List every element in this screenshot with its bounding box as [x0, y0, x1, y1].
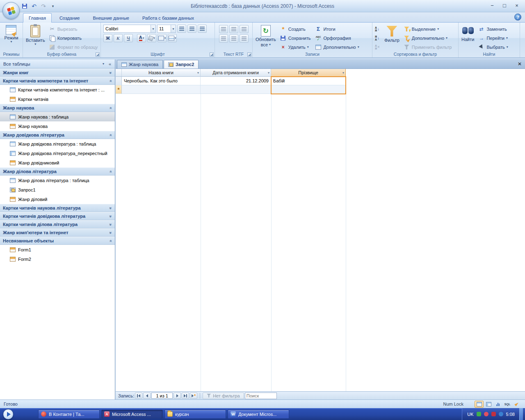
- first-record-button[interactable]: [135, 393, 142, 399]
- spelling-button[interactable]: ABC✓ Орфография: [313, 34, 361, 42]
- align-center-button[interactable]: [187, 25, 196, 33]
- tab-external-data[interactable]: Внешние данные: [88, 14, 135, 22]
- numbering-button[interactable]: [219, 34, 228, 43]
- bold-button[interactable]: Ж: [103, 34, 112, 42]
- tab-home[interactable]: Главная: [23, 13, 52, 23]
- nav-item[interactable]: Form2: [0, 254, 115, 264]
- language-indicator[interactable]: UK: [467, 412, 473, 417]
- pivottable-view-button[interactable]: [484, 401, 493, 408]
- nav-item[interactable]: Form1: [0, 245, 115, 254]
- nav-group-header[interactable]: Жанр ділова література »: [0, 167, 115, 176]
- design-view-button[interactable]: [512, 401, 521, 408]
- doc-tab[interactable]: Жанр наукова: [117, 60, 163, 68]
- save-record-button[interactable]: Сохранить: [278, 34, 313, 42]
- record-position-input[interactable]: [151, 393, 173, 399]
- select-all-corner[interactable]: [116, 69, 122, 77]
- dialog-launcher-icon[interactable]: [210, 52, 214, 57]
- cell-empty[interactable]: [271, 85, 346, 94]
- select-button[interactable]: Выбрать ▾: [477, 43, 510, 51]
- filter-status-button[interactable]: Нет фильтра: [203, 393, 244, 399]
- pivotchart-view-button[interactable]: [493, 401, 502, 408]
- advanced-filter-button[interactable]: Дополнительно ▾: [402, 34, 454, 42]
- cell-empty[interactable]: [122, 85, 201, 94]
- nav-group-header[interactable]: Картки читачів компютери та інтернет »: [0, 77, 115, 85]
- clear-sort-button[interactable]: АЯ×: [374, 43, 382, 51]
- maximize-button[interactable]: □: [501, 2, 508, 9]
- cell-surname-selected[interactable]: Бабій: [271, 77, 346, 85]
- replace-button[interactable]: ⇄ Заменить: [477, 25, 510, 33]
- nav-item[interactable]: Жанр наукова: [0, 121, 115, 131]
- previous-record-button[interactable]: [143, 393, 151, 399]
- nav-item[interactable]: Жанр ділова література : таблица: [0, 176, 115, 185]
- nav-group-header[interactable]: Картки читачів довідкова література »: [0, 212, 115, 220]
- nav-item[interactable]: Жанр довідкова література_перекрестный: [0, 148, 115, 158]
- cell-book-title[interactable]: Чернобыль. Как это было: [122, 77, 201, 85]
- format-painter-button[interactable]: Формат по образцу: [48, 43, 100, 51]
- delete-record-button[interactable]: × Удалить ▾: [278, 43, 313, 51]
- nav-item[interactable]: Картки читачів: [0, 94, 115, 104]
- paste-button[interactable]: Вставить ▾: [24, 24, 47, 46]
- highlight-button[interactable]: [240, 34, 249, 43]
- sort-descending-button[interactable]: ЯА↓: [374, 34, 382, 42]
- toggle-filter-button[interactable]: Применить фильтр: [402, 43, 454, 51]
- refresh-all-button[interactable]: ↻ Обновить все▾: [254, 24, 278, 48]
- font-name-combo[interactable]: Calibri ▾: [103, 25, 156, 33]
- taskbar-item[interactable]: В Контакте | Та...: [38, 410, 100, 419]
- column-header[interactable]: Назва книги ▾: [122, 69, 201, 77]
- taskbar-item[interactable]: курсач: [164, 410, 226, 419]
- row-selector[interactable]: [116, 77, 122, 85]
- tab-create[interactable]: Создание: [54, 14, 85, 22]
- new-record-button[interactable]: * Создать: [278, 25, 313, 33]
- taskbar-edge[interactable]: [519, 408, 523, 420]
- direction-button[interactable]: [240, 25, 249, 33]
- office-button[interactable]: [2, 2, 20, 19]
- redo-button[interactable]: ↷: [39, 2, 48, 10]
- nav-group-header[interactable]: Жанр комп'ютери та інтернет »: [0, 228, 115, 237]
- find-button[interactable]: Найти: [460, 24, 476, 42]
- column-header[interactable]: Дата отримання книги ▾: [201, 69, 271, 77]
- underline-button[interactable]: Ч: [124, 34, 133, 42]
- cut-button[interactable]: ✂ Вырезать: [48, 25, 100, 33]
- chevron-down-icon[interactable]: ▾: [268, 71, 269, 75]
- fill-color-button[interactable]: ▾: [147, 34, 156, 42]
- navpane-header[interactable]: Все таблицы ▾ «: [0, 59, 115, 68]
- undo-button[interactable]: ↶: [30, 2, 38, 10]
- doc-tab-active[interactable]: Запрос2: [164, 60, 199, 68]
- tray-icon[interactable]: [484, 412, 488, 416]
- increase-indent-button[interactable]: [229, 25, 238, 33]
- chevron-down-icon[interactable]: ▾: [197, 71, 199, 75]
- last-record-button[interactable]: [182, 393, 189, 399]
- nav-group-header[interactable]: Жанр наукова »: [0, 104, 115, 112]
- datasheet-view-button[interactable]: [475, 401, 484, 408]
- nav-item[interactable]: Картки читачів компютери та інтернет : .…: [0, 85, 115, 94]
- tab-database-tools[interactable]: Работа с базами данных: [137, 14, 199, 22]
- cell-date[interactable]: 21.12.2009: [201, 77, 271, 85]
- sort-ascending-button[interactable]: АЯ↓: [374, 25, 382, 33]
- column-header-selected[interactable]: Прізвище ▾: [271, 69, 346, 77]
- copy-button[interactable]: Копировать: [48, 34, 100, 42]
- selection-filter-button[interactable]: Выделение ▾: [402, 25, 454, 33]
- italic-button[interactable]: К: [114, 34, 123, 42]
- chevron-down-icon[interactable]: ▾: [342, 71, 344, 75]
- save-button[interactable]: [21, 2, 29, 10]
- navpane-shutter-button[interactable]: «: [107, 61, 113, 67]
- new-record-selector[interactable]: *: [116, 85, 122, 94]
- sql-view-button[interactable]: SQL: [503, 401, 512, 408]
- nav-group-header[interactable]: Картки читачів наукова література »: [0, 204, 115, 212]
- antivirus-tray-icon[interactable]: [477, 412, 481, 416]
- close-document-button[interactable]: ✕: [518, 61, 522, 67]
- align-left-button[interactable]: [177, 25, 186, 33]
- cell-empty[interactable]: [201, 85, 271, 94]
- new-blank-record-button[interactable]: *: [190, 393, 197, 399]
- help-button[interactable]: ?: [514, 14, 521, 21]
- taskbar-item[interactable]: W Документ Micros...: [228, 410, 289, 419]
- bullets-button[interactable]: [229, 34, 238, 43]
- nav-item[interactable]: Жанр довідкова література : таблица: [0, 139, 115, 148]
- dialog-launcher-icon[interactable]: [247, 52, 251, 57]
- search-input[interactable]: [245, 393, 277, 399]
- next-record-button[interactable]: [173, 393, 181, 399]
- taskbar-item-active[interactable]: A Microsoft Access ...: [101, 410, 163, 419]
- clock[interactable]: 5:08: [506, 412, 515, 417]
- nav-item[interactable]: Запрос1: [0, 185, 115, 194]
- font-color-button[interactable]: А▾: [137, 34, 146, 42]
